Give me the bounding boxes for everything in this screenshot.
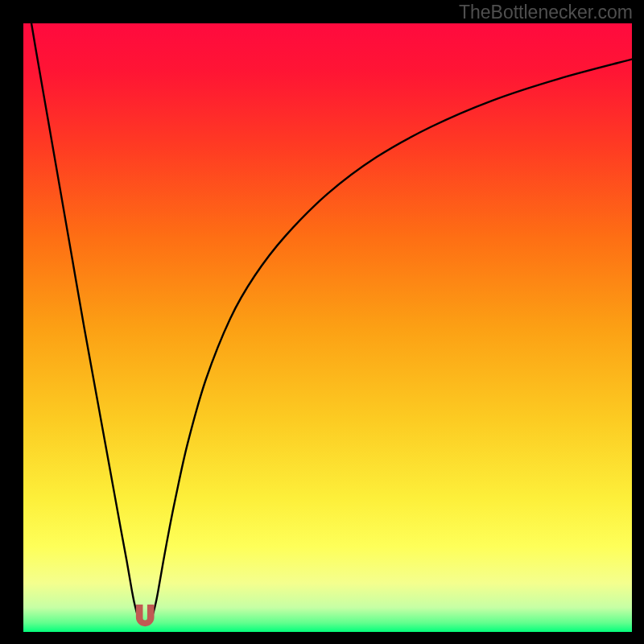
chart-frame: TheBottlenecker.com [0, 0, 644, 644]
chart-background [23, 23, 632, 632]
chart-svg [23, 23, 632, 632]
watermark-text: TheBottlenecker.com [459, 2, 633, 23]
chart-plot-area [23, 23, 632, 632]
